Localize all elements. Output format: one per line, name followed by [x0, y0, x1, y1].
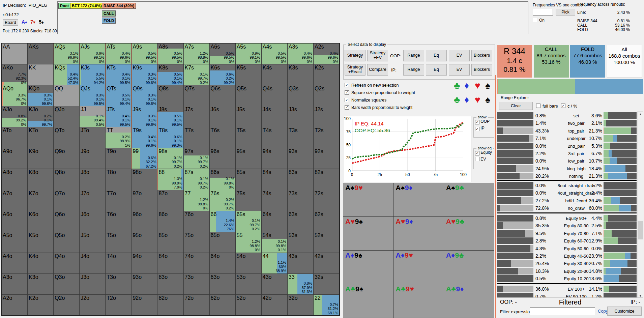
matrix-cell-53o[interactable]: 53o [236, 274, 261, 294]
matrix-cell-95o[interactable]: 95o [131, 232, 157, 253]
matrix-cell-96s[interactable]: 96s [210, 148, 235, 169]
range-row-king_high[interactable]: 24.9% king_high 18.4% [497, 165, 637, 172]
combo-cell-As9c[interactable]: A♠9♣ [444, 183, 494, 216]
matrix-cell-A2s[interactable]: A2s0.4%99.6%0% [314, 44, 339, 64]
show-checkbox-oop[interactable]: ✓ OOP [475, 119, 494, 124]
matrix-cell-Q9o[interactable]: Q9o [54, 148, 79, 169]
matrix-cell-J9s[interactable]: J9s0.3%0.1%99.6% [131, 106, 157, 127]
matrix-cell-J6s[interactable]: J6s [210, 106, 235, 127]
ip-eq-button[interactable]: Eq [426, 64, 447, 76]
matrix-cell-83s[interactable]: 83s [288, 169, 313, 190]
combo-cell-Ac9h[interactable]: A♣9♥ [393, 284, 443, 318]
matrix-cell-Q3o[interactable]: Q3o [54, 274, 79, 294]
matrix-cell-A4o[interactable]: A4o [2, 253, 27, 273]
board-button[interactable]: Board [3, 19, 18, 26]
matrix-cell-A5s[interactable]: A5s0.9%99.1%0% [236, 44, 261, 64]
matrix-cell-A8o[interactable]: A8o [2, 169, 27, 190]
matrix-cell-52s[interactable]: 52s [314, 232, 339, 253]
matrix-cell-22[interactable]: 220.7%31.2%68.1% [314, 295, 339, 315]
matrix-cell-AQo[interactable]: AQo3.3%96.7%0% [2, 85, 27, 106]
matrix-cell-73o[interactable]: 73o [184, 274, 209, 294]
matrix-cell-87s[interactable]: 87s0.1%99.7%0.2% [184, 169, 209, 190]
matrix-cell-J4s[interactable]: J4s [262, 106, 287, 127]
matrix-cell-QTs[interactable]: QTs0.5%0.1%99.4% [106, 85, 131, 106]
spade-suit-icon[interactable]: ♠ [485, 94, 490, 105]
matrix-cell-T7s[interactable]: T7s [184, 127, 209, 148]
matrix-cell-J5o[interactable]: J5o [80, 232, 105, 253]
combo-cell-As9h[interactable]: A♠9♥ [343, 183, 393, 216]
scroll-up-icon[interactable]: ▲ [638, 111, 643, 117]
matrix-cell-QQ[interactable]: QQ [54, 85, 79, 106]
matrix-cell-KK[interactable]: KK [28, 64, 53, 85]
tree-node-fold[interactable]: FOLD [102, 18, 116, 24]
matrix-cell-ATs[interactable]: ATs0.4%99.6%0% [106, 44, 131, 64]
oop-range-button[interactable]: Range [403, 50, 424, 61]
combo-cell-Ah9d[interactable]: A♥9♦ [393, 217, 443, 250]
club-suit-icon[interactable]: ♣ [454, 94, 460, 105]
combo-cell-Ac9s[interactable]: A♣9♠ [343, 284, 393, 318]
matrix-cell-J7o[interactable]: J7o [80, 190, 105, 211]
c-pct-checkbox[interactable]: ✓ [561, 104, 565, 108]
matrix-cell-QJo[interactable]: QJo [54, 106, 79, 127]
matrix-cell-75s[interactable]: 75s [236, 190, 261, 211]
matrix-cell-K2s[interactable]: K2s [314, 64, 339, 85]
tree-node-call[interactable]: CALL [102, 10, 116, 17]
matrix-cell-97o[interactable]: 97o [131, 190, 157, 211]
matrix-cell-72s[interactable]: 72s [314, 190, 339, 211]
matrix-cell-43o[interactable]: 43o [262, 274, 287, 294]
matrix-cell-87o[interactable]: 87o [157, 190, 183, 211]
matrix-cell-K5o[interactable]: K5o [28, 232, 53, 253]
on-checkbox[interactable] [533, 18, 537, 22]
matrix-cell-T8s[interactable]: T8s0.6%0.1%99.3% [157, 127, 183, 148]
matrix-cell-A6s[interactable]: A6s0.5%99.5%0% [210, 44, 235, 64]
matrix-cell-Q5o[interactable]: Q5o [54, 232, 79, 253]
matrix-cell-Q8o[interactable]: Q8o [54, 169, 79, 190]
freq-combo-input[interactable] [533, 9, 553, 16]
matrix-cell-QJs[interactable]: QJs0.3%0.1%99.5% [80, 85, 105, 106]
matrix-cell-K5s[interactable]: K5s [236, 64, 261, 85]
matrix-cell-44[interactable]: 441.1%60%38.9% [262, 253, 287, 273]
matrix-cell-J3s[interactable]: J3s [288, 106, 313, 127]
matrix-cell-A9o[interactable]: A9o [2, 148, 27, 169]
spade-suit-icon[interactable]: ♠ [485, 80, 490, 91]
matrix-cell-54s[interactable]: 54s0.1%99.8%0.1% [262, 232, 287, 253]
compare-button[interactable]: Compare [367, 64, 388, 76]
ip-range-button[interactable]: Range [403, 64, 424, 76]
matrix-cell-88[interactable]: 881.3%90.8%7.9% [157, 169, 183, 190]
matrix-cell-KTo[interactable]: KTo [28, 127, 53, 148]
matrix-cell-43s[interactable]: 43s [288, 253, 313, 273]
range-row-Equity_20_30[interactable]: 18.3% Equity 20-30 14.8% [497, 268, 637, 274]
matrix-cell-82o[interactable]: 82o [157, 295, 183, 315]
matrix-cell-K4o[interactable]: K4o [28, 253, 53, 273]
matrix-cell-A3s[interactable]: A3s0.4%99.6%0% [288, 44, 313, 64]
summary-box-fold[interactable]: FOLD77.6 combos46.03 % [570, 45, 605, 78]
summary-box-call[interactable]: CALL89.7 combos53.16 % [534, 45, 569, 78]
matrix-cell-K3o[interactable]: K3o [28, 274, 53, 294]
matrix-cell-J8o[interactable]: J8o [80, 169, 105, 190]
matrix-cell-54o[interactable]: 54o [236, 253, 261, 273]
oop-eq-button[interactable]: Eq [426, 50, 447, 61]
matrix-cell-73s[interactable]: 73s [288, 190, 313, 211]
range-row-Equity_30_40[interactable]: 26.4% Equity 30-40 20.7% [497, 260, 637, 267]
matrix-cell-64o[interactable]: 64o [210, 253, 235, 273]
matrix-cell-55[interactable]: 551.2%98.8%0% [236, 232, 261, 253]
matrix-cell-98o[interactable]: 98o [131, 169, 157, 190]
matrix-cell-53s[interactable]: 53s [288, 232, 313, 253]
matrix-cell-KQs[interactable]: KQs0.4%52.4%47.3% [54, 64, 79, 85]
matrix-cell-JTo[interactable]: JTo [80, 127, 105, 148]
matrix-cell-A6o[interactable]: A6o [2, 211, 27, 232]
matrix-cell-76o[interactable]: 76o [184, 211, 209, 232]
matrix-cell-Q4s[interactable]: Q4s [262, 85, 287, 106]
combo-cell-Ad9h[interactable]: A♦9♥ [393, 251, 443, 284]
option-checkbox-1[interactable]: ✓ [345, 90, 349, 95]
matrix-cell-AKo[interactable]: AKo7.7%92.3%0% [2, 64, 27, 85]
matrix-cell-96o[interactable]: 96o [131, 211, 157, 232]
matrix-cell-64s[interactable]: 64s [262, 211, 287, 232]
matrix-cell-86o[interactable]: 86o [157, 211, 183, 232]
combo-cell-Ah9c[interactable]: A♥9♣ [444, 217, 494, 250]
oop-blockers-button[interactable]: Blockers [471, 50, 492, 61]
matrix-cell-QTo[interactable]: QTo [54, 127, 79, 148]
matrix-cell-J7s[interactable]: J7s [184, 106, 209, 127]
tree-node-root[interactable]: Root [58, 3, 70, 9]
matrix-cell-KJs[interactable]: KJs0.3%5.5%94.2% [80, 64, 105, 85]
